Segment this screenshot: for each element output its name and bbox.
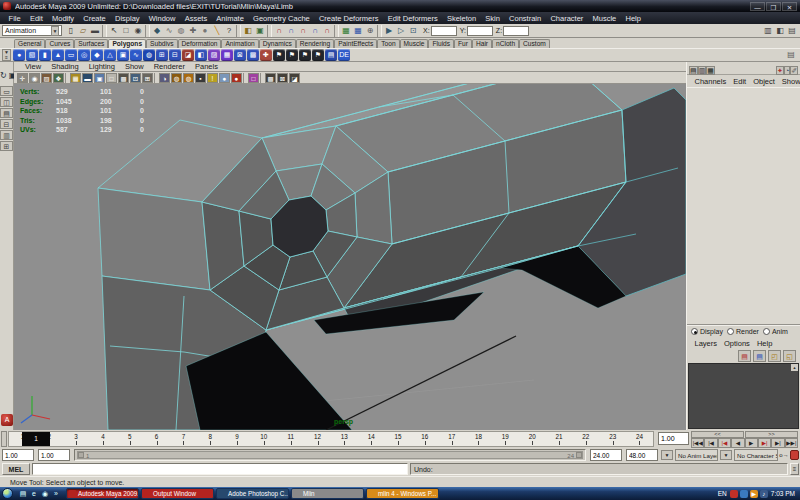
shelf-tool-icon[interactable]: ⚑ xyxy=(299,49,311,61)
character-set-dropdown-arrow[interactable]: ▼ xyxy=(720,450,732,460)
frame-tick[interactable]: 9 xyxy=(224,432,251,446)
shelf-tool-icon[interactable]: ◎ xyxy=(78,49,90,61)
panel-toolbar-icon[interactable] xyxy=(243,73,247,83)
shelf-tab[interactable]: General xyxy=(14,39,45,48)
layer-list[interactable]: ▲ xyxy=(688,363,799,429)
panel-menu-item[interactable]: Lighting xyxy=(84,62,120,71)
status-line-icon[interactable]: ▶ xyxy=(383,25,395,37)
menu-set-dropdown[interactable]: Animation ▼ xyxy=(2,25,62,36)
status-line-icon[interactable]: ⊕ xyxy=(364,25,376,37)
title-bar[interactable]: Autodesk Maya 2009 Unlimited: D:\Downloa… xyxy=(0,0,800,12)
panel-toolbar-icon[interactable]: ▩ xyxy=(118,73,129,83)
frame-tick[interactable]: 6 xyxy=(143,432,170,446)
playback-button[interactable]: |◀◀ xyxy=(691,438,704,448)
layout-shortcut-button[interactable]: ◫ xyxy=(0,97,13,107)
shelf-tool-icon[interactable]: ⊠ xyxy=(234,49,246,61)
status-line-icon[interactable]: ∿ xyxy=(163,25,175,37)
menu-item[interactable]: Character xyxy=(546,14,588,23)
shelf-tab[interactable]: Hair xyxy=(472,39,492,48)
panel-toggle-icon[interactable]: ◧ xyxy=(774,25,786,37)
status-line-icon[interactable]: ∩ xyxy=(309,25,321,37)
panel-toolbar-icon[interactable]: ▨ xyxy=(41,73,52,83)
panel-toolbar-icon[interactable]: ◉ xyxy=(29,73,40,83)
shelf-menu-button[interactable]: ▼≡ xyxy=(2,49,11,61)
status-line-icon[interactable]: ∩ xyxy=(285,25,297,37)
panel-toolbar-icon[interactable]: ▪ xyxy=(195,73,206,83)
channel-layout-icon[interactable]: ▥ xyxy=(698,66,707,75)
shelf-tool-icon[interactable]: ▮ xyxy=(39,49,51,61)
limb-mesh[interactable] xyxy=(14,84,686,430)
shelf-tool-icon[interactable]: ▨ xyxy=(208,49,220,61)
panel-menu-item[interactable]: View xyxy=(20,62,46,71)
auto-keyframe-toggle[interactable] xyxy=(790,450,799,460)
panel-menu-item[interactable]: Renderer xyxy=(149,62,190,71)
channel-box-menu-item[interactable]: Channels xyxy=(691,77,730,86)
start-button[interactable] xyxy=(2,488,13,499)
tray-icon[interactable]: ▶ xyxy=(750,490,758,498)
shelf-tool-icon[interactable]: ◍ xyxy=(143,49,155,61)
layer-action-icon[interactable]: ◰ xyxy=(768,350,781,362)
close-button[interactable]: ✕ xyxy=(782,2,797,11)
panel-toolbar-icon[interactable]: ◍ xyxy=(171,73,182,83)
maya-red-icon[interactable]: A xyxy=(1,414,13,426)
frame-tick[interactable]: 17 xyxy=(438,432,465,446)
shelf-tab[interactable]: Custom xyxy=(519,39,550,48)
panel-menu-item[interactable]: Shading xyxy=(46,62,84,71)
panel-toolbar-icon[interactable]: ! xyxy=(207,73,218,83)
shelf-tab[interactable]: Muscle xyxy=(400,39,429,48)
anim-layer-dropdown[interactable]: No Anim Layer xyxy=(675,449,718,461)
status-line-icon[interactable]: ∩ xyxy=(273,25,285,37)
status-line-icon[interactable]: ∩ xyxy=(321,25,333,37)
coordinate-input[interactable] xyxy=(503,26,529,36)
shelf-tab[interactable]: Dynamics xyxy=(259,39,296,48)
playback-button[interactable]: ▶▶| xyxy=(785,438,798,448)
shelf-tool-icon[interactable]: DE xyxy=(338,49,350,61)
frame-tick[interactable]: 8 xyxy=(197,432,224,446)
frame-tick[interactable]: 13 xyxy=(331,432,358,446)
taskbar-window-button[interactable]: Output Window xyxy=(141,488,214,499)
menu-item[interactable]: Assets xyxy=(180,14,212,23)
layer-action-icon[interactable]: ▤ xyxy=(738,350,751,362)
shelf-tab[interactable]: Animation xyxy=(221,39,258,48)
status-line-icon[interactable] xyxy=(267,25,272,37)
frame-tick[interactable]: 23 xyxy=(599,432,626,446)
shelf-tool-icon[interactable]: △ xyxy=(104,49,116,61)
layer-action-icon[interactable]: ◱ xyxy=(783,350,796,362)
playback-button[interactable]: ▶| xyxy=(758,438,771,448)
status-line-icon[interactable]: ▣ xyxy=(254,25,266,37)
shelf-tool-icon[interactable]: ▧ xyxy=(26,49,38,61)
playback-button[interactable]: |◀ xyxy=(718,438,731,448)
status-line-icon[interactable]: ▷ xyxy=(395,25,407,37)
layer-mode-radio[interactable]: Display xyxy=(691,328,723,335)
script-editor-icon[interactable]: ≡ xyxy=(790,463,799,475)
animation-start-input[interactable] xyxy=(2,449,34,461)
mel-command-input[interactable] xyxy=(32,463,408,475)
shelf-tool-icon[interactable]: ▦ xyxy=(221,49,233,61)
shift-range-back-button[interactable]: << xyxy=(691,431,744,438)
menu-item[interactable]: Skeleton xyxy=(442,14,480,23)
status-line-icon[interactable] xyxy=(236,25,241,37)
channel-layout-icon[interactable]: ▤ xyxy=(689,66,698,75)
panel-menu-item[interactable]: Panels xyxy=(190,62,223,71)
taskbar-window-button[interactable]: Adobe Photoshop C... xyxy=(216,488,289,499)
shelf-tool-icon[interactable]: ⊟ xyxy=(169,49,181,61)
menu-item[interactable]: Edit Deformers xyxy=(383,14,442,23)
menu-item[interactable]: Create Deformers xyxy=(314,14,383,23)
shelf-tab[interactable]: PaintEffects xyxy=(334,39,377,48)
status-line-icon[interactable] xyxy=(377,25,382,37)
range-slider-track[interactable]: 1 24 xyxy=(74,449,586,461)
character-set-dropdown[interactable]: No Character Set xyxy=(734,449,778,461)
panel-toolbar-icon[interactable]: ▦ xyxy=(70,73,81,83)
panel-toolbar-icon[interactable]: ⊠ xyxy=(277,73,288,83)
coordinate-input[interactable] xyxy=(431,26,457,36)
frame-tick[interactable]: 15 xyxy=(385,432,412,446)
shelf-tool-icon[interactable]: ⚑ xyxy=(286,49,298,61)
status-line-icon[interactable]: ▱ xyxy=(77,25,89,37)
shelf-tab[interactable]: Surfaces xyxy=(74,39,108,48)
menu-item[interactable]: Display xyxy=(110,14,144,23)
channel-option-icon[interactable]: ✐ xyxy=(790,66,798,75)
status-line-icon[interactable]: ∩ xyxy=(297,25,309,37)
status-line-icon[interactable]: ◧ xyxy=(242,25,254,37)
menu-item[interactable]: Window xyxy=(144,14,180,23)
shelf-tool-icon[interactable]: ▩ xyxy=(247,49,259,61)
